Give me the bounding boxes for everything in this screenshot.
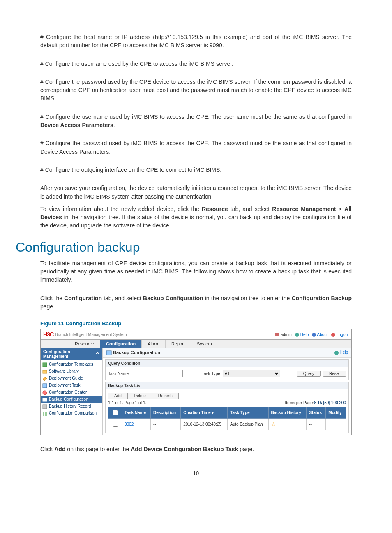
svg-rect-5 [43, 370, 47, 373]
paragraph: Click the Configuration tab, and select … [40, 294, 352, 311]
paragraph: # Configure the host name or IP address … [40, 33, 352, 50]
cell-creation-time: 2010-12-13 00:49:25 [181, 419, 228, 430]
page-title: Backup Configuration [113, 350, 160, 355]
svg-marker-6 [43, 377, 47, 381]
guide-icon [42, 376, 47, 381]
svg-point-2 [312, 333, 316, 337]
about-link[interactable]: About [312, 332, 327, 337]
add-button[interactable]: Add [108, 393, 128, 399]
panel-help-link[interactable]: Help [334, 350, 348, 356]
history-icon [42, 404, 47, 409]
sidebar-item-backup-history-record[interactable]: Backup History Record [41, 403, 102, 410]
table-row: 0002 -- 2010-12-13 00:49:25 Auto Backup … [108, 419, 346, 430]
logout-icon [331, 333, 335, 337]
logo-subtitle: Branch Intelligent Management System [55, 332, 127, 337]
delete-button[interactable]: Delete [128, 393, 152, 399]
pager-info: 1-1 of 1. Page 1 of 1. [108, 401, 146, 405]
cell-status: -- [307, 419, 326, 430]
svg-point-1 [295, 333, 299, 337]
col-task-type[interactable]: Task Type [228, 407, 269, 419]
taskname-input[interactable] [131, 370, 183, 377]
help-icon [334, 351, 339, 355]
cell-modify[interactable] [326, 419, 346, 430]
sidebar-item-deployment-guide[interactable]: Deployment Guide [41, 375, 102, 382]
paragraph: To view information about the newly adde… [40, 205, 352, 230]
svg-rect-0 [275, 333, 279, 336]
heading-configuration-backup: Configuration backup [16, 240, 352, 255]
sidebar-item-configuration-templates[interactable]: Configuration Templates [41, 361, 102, 368]
user-icon [274, 333, 279, 337]
query-condition-title: Query Condition [106, 360, 348, 367]
cell-task-name[interactable]: 0002 [122, 419, 151, 430]
center-icon [42, 390, 47, 395]
sidebar-item-configuration-comparison[interactable]: Configuration Comparison [41, 410, 102, 417]
sidebar-item-backup-configuration[interactable]: Backup Configuration [41, 396, 102, 403]
template-icon [42, 362, 47, 367]
col-status[interactable]: Status [307, 407, 326, 419]
task-icon [42, 383, 47, 388]
help-link[interactable]: Help [295, 332, 309, 337]
paragraph: # Configure the password used by iMC BIM… [40, 139, 352, 156]
figure-caption: Figure 11 Configuration Backup [40, 320, 352, 327]
row-checkbox[interactable] [113, 422, 118, 427]
page-number: 10 [40, 470, 352, 476]
sidebar-title: Configuration Management [43, 350, 96, 359]
col-modify[interactable]: Modify [326, 407, 346, 419]
svg-rect-12 [45, 412, 47, 416]
paragraph: # Configure the username used by iMC BIM… [40, 113, 352, 130]
tab-system[interactable]: System [191, 340, 218, 348]
info-icon [312, 333, 316, 337]
reset-button[interactable]: Reset [323, 371, 346, 377]
sidebar-item-configuration-center[interactable]: Configuration Center [41, 389, 102, 396]
backup-icon [42, 397, 47, 402]
col-backup-history[interactable]: Backup History [268, 407, 307, 419]
star-icon[interactable]: ☆ [271, 421, 276, 427]
library-icon [42, 369, 47, 374]
cell-description: -- [151, 419, 181, 430]
compare-icon [42, 411, 47, 416]
tab-alarm[interactable]: Alarm [142, 340, 166, 348]
collapse-icon[interactable]: ︽ [96, 350, 100, 359]
tab-configuration[interactable]: Configuration [100, 340, 142, 348]
select-all-checkbox[interactable] [113, 410, 118, 415]
paragraph: # Configure the outgoing interface on th… [40, 166, 352, 174]
task-table: Task Name Description Creation Time ▾ Ta… [108, 407, 346, 430]
refresh-button[interactable]: Refresh [152, 393, 179, 399]
svg-rect-9 [43, 398, 47, 401]
logout-link[interactable]: Logout [331, 332, 349, 337]
col-description[interactable]: Description [151, 407, 181, 419]
svg-point-3 [331, 333, 335, 337]
svg-point-14 [334, 351, 339, 355]
screenshot-backup-configuration: H3C Branch Intelligent Management System… [40, 329, 352, 435]
main-panel: Backup Configuration Help Query Conditio… [103, 348, 351, 435]
tasktype-select[interactable]: All [223, 370, 280, 377]
svg-rect-10 [43, 405, 47, 409]
paragraph: To facilitate management of CPE device c… [40, 259, 352, 284]
cell-backup-history[interactable]: ☆ [268, 419, 307, 430]
taskname-label: Task Name [108, 371, 129, 376]
svg-rect-11 [43, 412, 44, 416]
svg-rect-4 [43, 363, 47, 367]
logo-h3c: H3C [43, 331, 53, 338]
col-creation-time[interactable]: Creation Time ▾ [181, 407, 228, 419]
sidebar-item-deployment-task[interactable]: Deployment Task [41, 382, 102, 389]
help-icon [295, 333, 299, 337]
tab-report[interactable]: Report [166, 340, 191, 348]
main-tabs: Resource Configuration Alarm Report Syst… [41, 339, 351, 348]
col-task-name[interactable]: Task Name [122, 407, 151, 419]
query-button[interactable]: Query [297, 371, 321, 377]
paragraph: After you save your configuration, the d… [40, 184, 352, 201]
paragraph: # Configure the username used by the CPE… [40, 60, 352, 68]
backup-task-list-title: Backup Task List [106, 382, 348, 389]
tab-resource[interactable]: Resource [69, 340, 100, 348]
cell-task-type: Auto Backup Plan [228, 419, 269, 430]
items-per-page[interactable]: Items per Page:8 15 [50] 100 200 [285, 401, 346, 405]
backup-config-icon [106, 350, 112, 356]
sidebar-item-software-library[interactable]: Software Library [41, 368, 102, 375]
paragraph: # Configure the password used by the CPE… [40, 78, 352, 103]
query-condition-box: Query Condition Task Name Task Type All … [105, 359, 349, 380]
tasktype-label: Task Type [202, 371, 220, 376]
svg-rect-7 [43, 384, 47, 388]
svg-point-8 [43, 391, 47, 395]
paragraph: Click Add on this page to enter the Add … [40, 445, 352, 453]
